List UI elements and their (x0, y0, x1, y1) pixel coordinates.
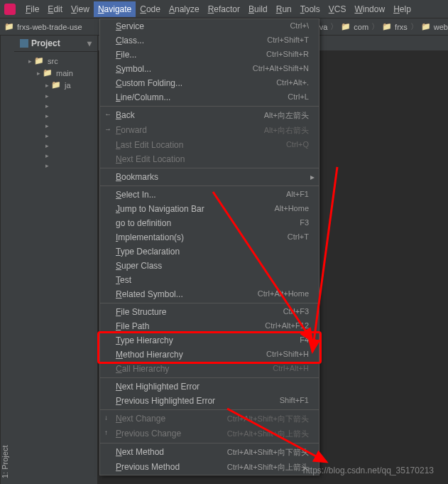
menu-code[interactable]: Code (136, 1, 165, 17)
menu-separator (100, 106, 319, 107)
project-header[interactable]: Project ▾ (14, 36, 97, 52)
menu-item-previous-highlighted-error[interactable]: Previous Highlighted ErrorShift+F1 (100, 394, 319, 408)
tree-node-collapsed[interactable]: ▸ (20, 141, 97, 151)
watermark: https://blog.csdn.net/qq_35170213 (303, 466, 434, 475)
project-icon (20, 39, 28, 48)
menu-item-implementation-s[interactable]: Implementation(s)Ctrl+T (100, 230, 319, 244)
menu-separator (100, 409, 319, 410)
menu-separator (100, 377, 319, 378)
menu-item-file-structure[interactable]: File StructureCtrl+F3 (100, 305, 319, 319)
menubar: FileEditViewNavigateCodeAnalyzeRefactorB… (0, 0, 448, 18)
tree-node-collapsed[interactable]: ▸ (20, 101, 97, 111)
menu-analyze[interactable]: Analyze (165, 1, 204, 17)
tree-node-collapsed[interactable]: ▸ (20, 91, 97, 101)
menu-item-back[interactable]: ←BackAlt+向左箭头 (100, 108, 319, 123)
tree-node-collapsed[interactable]: ▸ (20, 121, 97, 131)
tree-node-collapsed[interactable]: ▸ (20, 111, 97, 121)
menu-item-select-in[interactable]: Select In...Alt+F1 (100, 188, 319, 202)
menu-item-next-highlighted-error[interactable]: Next Highlighted Error (100, 380, 319, 394)
menu-edit[interactable]: Edit (43, 1, 67, 17)
app-icon (4, 4, 16, 15)
menu-item-forward: →ForwardAlt+向右箭头 (100, 123, 319, 138)
breadcrumb-item[interactable]: frxs (382, 22, 408, 31)
breadcrumb-project[interactable]: frxs-web-trade-use (4, 22, 82, 31)
menu-item-custom-folding[interactable]: Custom Folding...Ctrl+Alt+. (100, 76, 319, 90)
menu-item-file[interactable]: File...Ctrl+Shift+R (100, 48, 319, 62)
menu-item-method-hierarchy[interactable]: Method HierarchyCtrl+Shift+H (100, 348, 319, 362)
breadcrumb-item[interactable]: web (421, 22, 448, 31)
project-panel: Project ▾ ▸src▸main▸ja▸▸▸▸▸▸▸▸ (14, 36, 98, 484)
tree-node-collapsed[interactable]: ▸ (20, 161, 97, 171)
menu-item-test[interactable]: Test (100, 273, 319, 287)
menu-item-next-method[interactable]: Next MethodCtrl+Alt+Shift+向下箭头 (100, 445, 319, 460)
menu-window[interactable]: Window (350, 1, 389, 17)
menu-item-previous-change: ↑Previous ChangeCtrl+Alt+Shift+向上箭头 (100, 426, 319, 441)
menu-vcs[interactable]: VCS (324, 1, 351, 17)
menu-item-file-path[interactable]: File PathCtrl+Alt+F12 (100, 319, 319, 333)
menu-item-related-symbol[interactable]: Related Symbol...Ctrl+Alt+Home (100, 287, 319, 301)
menu-item-go-to-definition[interactable]: go to definitionF3 (100, 216, 319, 230)
project-tree[interactable]: ▸src▸main▸ja▸▸▸▸▸▸▸▸ (14, 52, 97, 173)
menu-refactor[interactable]: Refactor (204, 1, 244, 17)
folder-icon (4, 22, 16, 31)
tree-node-collapsed[interactable]: ▸ (20, 131, 97, 141)
menu-item-bookmarks[interactable]: Bookmarks (100, 170, 319, 184)
project-title: Project (31, 38, 60, 48)
menu-item-previous-method[interactable]: Previous MethodCtrl+Alt+Shift+向上箭头 (100, 460, 319, 475)
menu-item-line-column[interactable]: Line/Column...Ctrl+L (100, 90, 319, 104)
navigate-menu-dropdown: ServiceCtrl+\Class...Ctrl+Shift+TFile...… (99, 18, 319, 475)
menu-item-class[interactable]: Class...Ctrl+Shift+T (100, 33, 319, 48)
tool-window-stripe[interactable]: 1: Project (0, 36, 14, 484)
menu-view[interactable]: View (67, 1, 94, 17)
menu-item-next-change: ↓Next ChangeCtrl+Alt+Shift+向下箭头 (100, 412, 319, 426)
menu-run[interactable]: Run (272, 1, 296, 17)
tree-node[interactable]: ▸src (20, 55, 97, 67)
menu-item-next-edit-location: Next Edit Location (100, 152, 319, 166)
menu-item-service[interactable]: ServiceCtrl+\ (100, 19, 319, 33)
menu-help[interactable]: Help (389, 1, 415, 17)
menu-navigate[interactable]: Navigate (94, 1, 136, 17)
breadcrumb-label: frxs-web-trade-use (17, 23, 82, 31)
tree-node[interactable]: ▸main (20, 67, 97, 79)
tree-node-collapsed[interactable]: ▸ (20, 151, 97, 161)
sidebar-tab-label: 1: Project (1, 446, 9, 478)
menu-separator (100, 185, 319, 186)
menu-item-last-edit-location: Last Edit LocationCtrl+Q (100, 138, 319, 152)
menu-item-super-class[interactable]: Super Class (100, 259, 319, 273)
menu-build[interactable]: Build (244, 1, 272, 17)
menu-item-type-declaration[interactable]: Type Declaration (100, 244, 319, 259)
menu-separator (100, 168, 319, 168)
menu-file[interactable]: File (21, 1, 43, 17)
menu-separator (100, 443, 319, 443)
tree-node[interactable]: ▸ja (20, 79, 97, 91)
menu-item-call-hierarchy: Call HierarchyCtrl+Alt+H (100, 362, 319, 376)
breadcrumb-item[interactable]: com (341, 22, 368, 31)
menu-separator (100, 303, 319, 303)
menu-item-type-hierarchy[interactable]: Type HierarchyF4 (100, 333, 319, 348)
menu-item-symbol[interactable]: Symbol...Ctrl+Alt+Shift+N (100, 62, 319, 76)
menu-tools[interactable]: Tools (296, 1, 324, 17)
menu-item-jump-to-navigation-bar[interactable]: Jump to Navigation BarAlt+Home (100, 202, 319, 216)
